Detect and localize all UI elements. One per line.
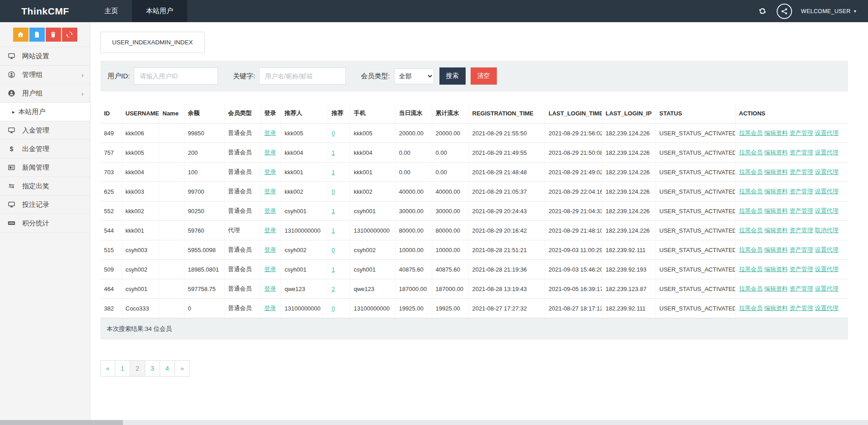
action-link[interactable]: 资产管理 [790, 266, 813, 272]
action-link[interactable]: 取消代理 [815, 227, 839, 234]
action-link[interactable]: 编辑资料 [764, 305, 788, 311]
action-link[interactable]: 编辑资料 [764, 129, 788, 136]
cell-login: 登录 [260, 162, 281, 182]
action-link[interactable]: 编辑资料 [764, 266, 788, 272]
action-link[interactable]: 拉黑会员 [739, 188, 763, 195]
action-link[interactable]: 资产管理 [790, 305, 813, 311]
action-link[interactable]: 资产管理 [790, 207, 813, 214]
action-link[interactable]: 拉黑会员 [739, 266, 763, 272]
action-link[interactable]: 拉黑会员 [739, 207, 763, 214]
action-link[interactable]: 资产管理 [790, 285, 813, 292]
keyword-input[interactable] [259, 67, 346, 85]
horizontal-scrollbar-thumb[interactable] [0, 420, 123, 425]
sidebar-item-用户组[interactable]: 用户组› [0, 84, 90, 103]
sidebar-item-指定出奖[interactable]: 指定出奖 [0, 177, 90, 196]
action-link[interactable]: 编辑资料 [764, 168, 788, 175]
page-item-2[interactable]: 2 [130, 360, 145, 377]
action-link[interactable]: 拉黑会员 [739, 285, 763, 292]
referrals-link[interactable]: 1 [332, 149, 335, 156]
action-link[interactable]: 编辑资料 [764, 207, 788, 214]
quick-file-button[interactable] [29, 28, 45, 42]
action-link[interactable]: 资产管理 [790, 168, 813, 175]
page-item-1[interactable]: 1 [115, 360, 130, 377]
action-link[interactable]: 设置代理 [815, 149, 839, 156]
nav-tab-0[interactable]: 主页 [90, 0, 132, 22]
sidebar-item-入金管理[interactable]: 入金管理 [0, 121, 90, 140]
action-link[interactable]: 拉黑会员 [739, 305, 763, 311]
sidebar-item-本站用户[interactable]: ▸本站用户 [0, 103, 90, 121]
page-item-»[interactable]: » [175, 360, 190, 377]
referrals-link[interactable]: 2 [332, 286, 335, 292]
action-link[interactable]: 设置代理 [815, 188, 839, 195]
cell-balance: 18985.0801 [184, 260, 224, 279]
action-link[interactable]: 设置代理 [815, 246, 839, 253]
sidebar-item-投注记录[interactable]: 投注记录 [0, 196, 90, 214]
sidebar-item-网站设置[interactable]: 网站设置 [0, 47, 90, 66]
login-link[interactable]: 登录 [264, 246, 276, 253]
cell-daily_flow: 0.00 [395, 143, 432, 162]
user-id-input[interactable] [134, 67, 218, 85]
sidebar-item-出金管理[interactable]: $出金管理 [0, 140, 90, 158]
action-link[interactable]: 资产管理 [790, 188, 813, 195]
sidebar-item-管理组[interactable]: 管理组› [0, 66, 90, 84]
action-link[interactable]: 拉黑会员 [739, 227, 763, 234]
login-link[interactable]: 登录 [264, 129, 276, 136]
action-link[interactable]: 编辑资料 [764, 227, 788, 234]
login-link[interactable]: 登录 [264, 188, 276, 195]
action-link[interactable]: 编辑资料 [764, 285, 788, 292]
user-menu[interactable]: WELCOME_USER ▾ [801, 8, 856, 14]
member-type-select[interactable]: 全部 [394, 68, 434, 84]
cell-status: USER_STATUS_ACTIVATED [656, 182, 735, 201]
referrals-link[interactable]: 0 [332, 247, 335, 253]
login-link[interactable]: 登录 [264, 305, 276, 311]
referrals-link[interactable]: 0 [332, 188, 335, 195]
action-link[interactable]: 编辑资料 [764, 149, 788, 156]
login-link[interactable]: 登录 [264, 149, 276, 156]
search-button[interactable]: 搜索 [439, 67, 466, 85]
clear-button[interactable]: 清空 [471, 67, 497, 85]
sidebar-item-新闻管理[interactable]: 新闻管理 [0, 158, 90, 177]
page-item-«[interactable]: « [100, 360, 115, 377]
referrals-link[interactable]: 0 [332, 305, 335, 312]
login-link[interactable]: 登录 [264, 207, 276, 214]
action-link[interactable]: 拉黑会员 [739, 246, 763, 253]
referrals-link[interactable]: 0 [332, 130, 335, 137]
sidebar-item-label: 出金管理 [22, 145, 49, 153]
action-link[interactable]: 拉黑会员 [739, 129, 763, 136]
action-link[interactable]: 设置代理 [815, 168, 839, 175]
quick-home-button[interactable] [13, 28, 28, 42]
action-link[interactable]: 资产管理 [790, 149, 813, 156]
page-item-4[interactable]: 4 [160, 360, 175, 377]
page-item-3[interactable]: 3 [145, 360, 160, 377]
action-link[interactable]: 设置代理 [815, 266, 839, 272]
referrals-link[interactable]: 1 [332, 169, 335, 176]
nav-tab-1[interactable]: 本站用户 [132, 0, 187, 22]
action-link[interactable]: 资产管理 [790, 129, 813, 136]
referrals-link[interactable]: 1 [332, 266, 335, 273]
cell-status: USER_STATUS_ACTIVATED [656, 201, 735, 221]
sidebar-item-积分统计[interactable]: VISA积分统计 [0, 214, 90, 233]
refresh-icon [759, 7, 766, 15]
login-link[interactable]: 登录 [264, 285, 276, 292]
action-link[interactable]: 编辑资料 [764, 246, 788, 253]
login-link[interactable]: 登录 [264, 227, 276, 234]
referrals-link[interactable]: 1 [332, 208, 335, 215]
quick-trash-button[interactable] [46, 28, 61, 42]
refresh-button[interactable] [758, 6, 768, 16]
brand-logo[interactable]: ThinkCMF [0, 0, 90, 22]
action-link[interactable]: 资产管理 [790, 246, 813, 253]
action-link[interactable]: 设置代理 [815, 305, 839, 311]
login-link[interactable]: 登录 [264, 168, 276, 175]
action-link[interactable]: 编辑资料 [764, 188, 788, 195]
referrals-link[interactable]: 1 [332, 227, 335, 234]
avatar[interactable] [777, 4, 792, 19]
action-link[interactable]: 拉黑会员 [739, 168, 763, 175]
action-link[interactable]: 资产管理 [790, 227, 813, 234]
action-link[interactable]: 设置代理 [815, 129, 839, 136]
tab-user-index[interactable]: USER_INDEXADMIN_INDEX [100, 32, 205, 53]
action-link[interactable]: 拉黑会员 [739, 149, 763, 156]
action-link[interactable]: 设置代理 [815, 207, 839, 214]
action-link[interactable]: 设置代理 [815, 285, 839, 292]
quick-recycle-button[interactable] [62, 28, 77, 42]
login-link[interactable]: 登录 [264, 266, 276, 272]
